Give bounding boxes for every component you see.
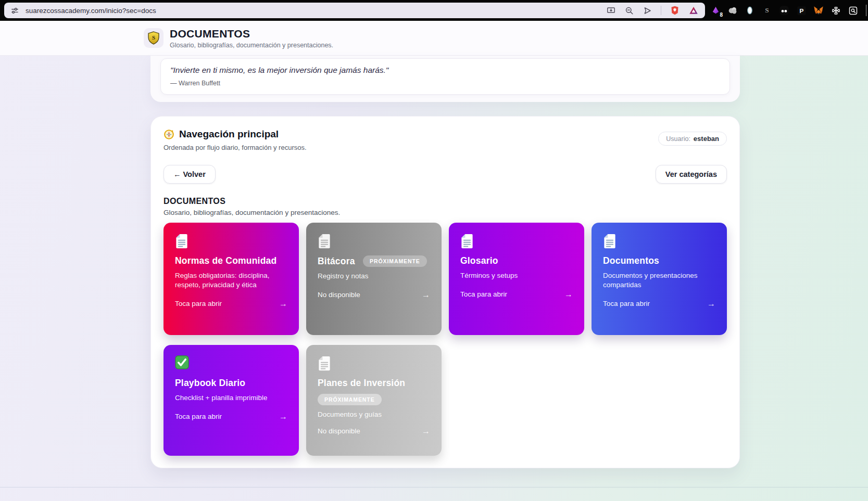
user-name: esteban <box>694 135 719 143</box>
card-title: Bitácora <box>318 256 355 266</box>
p-extension-icon[interactable]: P <box>795 4 808 17</box>
url-text[interactable]: suarezcossacademy.com/inicio?sec=docs <box>26 7 156 15</box>
check-icon <box>175 355 287 371</box>
card-documentos[interactable]: Documentos Documentos y presentaciones c… <box>592 223 727 335</box>
card-title: Documentos <box>603 255 659 266</box>
card-title: Playbook Diario <box>175 378 245 388</box>
card-title: Glosario <box>460 255 498 266</box>
document-icon <box>175 233 287 249</box>
shield-s-logo: S <box>144 28 163 48</box>
svg-text:S: S <box>152 34 155 41</box>
user-badge: Usuario: esteban <box>658 132 727 146</box>
card-title: Normas de Comunidad <box>175 255 276 266</box>
page-subtitle: Glosario, bibliografías, documentación y… <box>170 42 333 49</box>
card-playbook-diario[interactable]: Playbook Diario Checklist + planilla imp… <box>163 345 299 456</box>
main-navigation-panel: Navegación principal Ordenada por flujo … <box>150 116 740 468</box>
card-bitacora[interactable]: Bitácora PRÓXIMAMENTE Registro y notas N… <box>306 223 442 335</box>
arrow-right-icon: → <box>279 412 287 421</box>
card-description: Documentos y guías <box>318 410 430 419</box>
extensions-divider <box>866 5 866 16</box>
card-cta: Toca para abrir <box>175 300 222 307</box>
card-description: Documentos y presentaciones compartidas <box>603 271 715 290</box>
user-label: Usuario: <box>666 135 690 143</box>
brave-rewards-icon[interactable] <box>688 5 699 16</box>
document-icon <box>460 233 573 249</box>
footer-divider <box>0 487 868 487</box>
document-icon <box>318 233 430 249</box>
section-title: DOCUMENTOS <box>163 197 727 206</box>
card-description: Reglas obligatorias: disciplina, respeto… <box>175 271 287 290</box>
cloud-extension-icon[interactable] <box>726 4 739 17</box>
quote-author: — Warren Buffett <box>170 80 720 87</box>
card-cta: No disponible <box>318 291 360 299</box>
quote-card: "Invierte en ti mismo, es la mejor inver… <box>160 58 730 95</box>
oval-extension-icon[interactable] <box>744 4 756 17</box>
nav-title: Navegación principal <box>179 129 279 140</box>
card-description: Términos y setups <box>460 271 573 280</box>
arrow-right-icon: → <box>564 290 573 299</box>
arrow-right-icon: → <box>422 290 430 300</box>
quote-text: "Invierte en ti mismo, es la mejor inver… <box>170 66 720 75</box>
compass-icon <box>163 129 174 140</box>
arrow-right-icon: → <box>279 299 287 309</box>
metamask-fox-icon[interactable] <box>812 4 825 17</box>
document-icon <box>318 355 430 371</box>
address-bar[interactable]: suarezcossacademy.com/inicio?sec=docs <box>4 3 705 18</box>
cards-grid: Normas de Comunidad Reglas obligatorias:… <box>163 223 727 456</box>
card-description: Checklist + planilla imprimible <box>175 393 287 403</box>
document-icon <box>603 233 715 249</box>
s-extension-icon[interactable]: S <box>761 4 773 17</box>
card-cta: Toca para abrir <box>460 290 507 298</box>
toolbar-divider <box>661 6 661 15</box>
dots-extension-icon[interactable] <box>778 4 790 17</box>
brave-shield-icon[interactable] <box>670 5 680 16</box>
card-glosario[interactable]: Glosario Términos y setups Toca para abr… <box>449 223 584 335</box>
zoom-out-icon[interactable] <box>624 6 634 16</box>
page-background: S DOCUMENTOS Glosario, bibliografías, do… <box>0 21 868 501</box>
frame-search-icon[interactable] <box>847 4 859 17</box>
card-cta: No disponible <box>318 427 360 435</box>
view-categories-button[interactable]: Ver categorías <box>656 165 727 184</box>
card-normas-de-comunidad[interactable]: Normas de Comunidad Reglas obligatorias:… <box>163 223 299 335</box>
screen-share-icon[interactable] <box>606 6 616 16</box>
page-title: DOCUMENTOS <box>170 28 333 40</box>
section-subtitle: Glosario, bibliografías, documentación y… <box>163 209 727 216</box>
arrow-right-icon: → <box>707 299 715 309</box>
send-icon[interactable] <box>643 6 652 16</box>
arrow-right-icon: → <box>422 427 430 436</box>
extension-count-badge: 8 <box>720 12 723 18</box>
card-description: Registro y notas <box>318 272 430 281</box>
card-title: Planes de Inversión <box>318 378 405 388</box>
svg-text:P: P <box>799 7 803 14</box>
app-header: S DOCUMENTOS Glosario, bibliografías, do… <box>0 21 868 56</box>
puzzle-extensions-icon[interactable] <box>829 4 842 17</box>
coming-soon-badge: PRÓXIMAMENTE <box>318 394 382 405</box>
browser-toolbar: suarezcossacademy.com/inicio?sec=docs <box>0 0 868 21</box>
svg-text:S: S <box>765 6 769 14</box>
purple-arrow-extension-icon[interactable]: 8 <box>709 4 722 17</box>
back-button[interactable]: ← Volver <box>163 165 216 184</box>
card-cta: Toca para abrir <box>603 300 650 307</box>
card-cta: Toca para abrir <box>175 413 222 420</box>
extensions-strip: 8 S P <box>709 0 866 21</box>
quote-section: "Invierte en ti mismo, es la mejor inver… <box>150 56 740 102</box>
coming-soon-badge: PRÓXIMAMENTE <box>363 255 427 267</box>
tune-icon[interactable] <box>10 6 19 15</box>
card-planes-de-inversion[interactable]: Planes de Inversión PRÓXIMAMENTE Documen… <box>306 345 442 456</box>
nav-subtitle: Ordenada por flujo diario, formación y r… <box>163 144 307 151</box>
